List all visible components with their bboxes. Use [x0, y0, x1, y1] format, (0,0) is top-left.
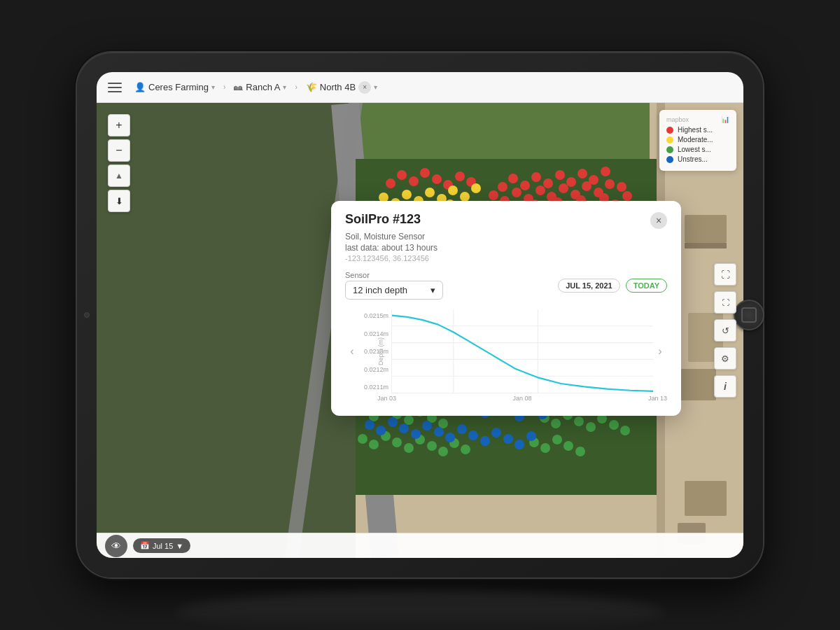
- svg-point-325: [526, 431, 536, 441]
- svg-point-5: [498, 182, 507, 192]
- svg-point-320: [468, 430, 478, 440]
- hamburger-menu[interactable]: [105, 78, 125, 97]
- breadcrumb: 👤 Ceres Farming ▾ › 🏘 Ranch A ▾ › 🌾 Nort…: [130, 79, 382, 96]
- svg-point-216: [551, 419, 561, 428]
- svg-point-223: [358, 434, 368, 444]
- svg-point-222: [620, 426, 630, 435]
- bottom-bar: 👁 📅 Jul 15 ▼: [97, 533, 743, 558]
- svg-point-227: [404, 443, 414, 453]
- svg-point-324: [514, 440, 524, 449]
- field-close-button[interactable]: ×: [358, 81, 371, 94]
- svg-point-50: [402, 190, 412, 200]
- svg-point-236: [564, 441, 573, 451]
- org-dropdown-arrow: ▾: [211, 83, 215, 91]
- map-controls-right: ⛶ ⛶ ↺ ⚙ i: [714, 263, 736, 398]
- info-button[interactable]: i: [714, 375, 736, 398]
- chart-container: ‹ 0.0215m 0.0214m 0.0213m 0.0212m 0.0211…: [345, 309, 667, 402]
- ranch-icon: 🏘: [234, 82, 243, 92]
- svg-point-55: [460, 192, 470, 202]
- legend-dot-unstressed: [666, 156, 673, 163]
- svg-point-54: [448, 186, 458, 195]
- svg-point-316: [422, 421, 432, 430]
- nav-item-ranch[interactable]: 🏘 Ranch A ▾: [230, 80, 290, 94]
- fullscreen-button[interactable]: ⛶: [714, 263, 736, 286]
- legend-dot-highest: [666, 127, 673, 134]
- zoom-in-button[interactable]: +: [108, 114, 130, 136]
- ranch-name: Ranch A: [246, 82, 280, 92]
- field-name: North 4B: [320, 82, 356, 92]
- chart-area: ‹ 0.0215m 0.0214m 0.0213m 0.0212m 0.0211…: [345, 309, 667, 393]
- svg-point-226: [392, 438, 402, 447]
- fit-button[interactable]: ⛶: [714, 291, 736, 314]
- today-badge[interactable]: TODAY: [626, 279, 667, 293]
- compass-button[interactable]: ▲: [108, 164, 130, 187]
- x-label-1: Jan 03: [377, 395, 396, 402]
- svg-rect-337: [685, 481, 727, 516]
- svg-rect-333: [685, 215, 727, 243]
- svg-point-224: [369, 440, 379, 449]
- svg-point-315: [411, 429, 421, 439]
- eye-button[interactable]: 👁: [105, 535, 127, 557]
- legend-chart-icon[interactable]: 📊: [721, 115, 729, 123]
- camera-dot: [84, 312, 90, 318]
- legend-label-highest: Highest s...: [678, 126, 713, 134]
- legend-dot-moderate: [666, 136, 673, 144]
- breadcrumb-sep-2: ›: [295, 83, 297, 91]
- sensor-select-dropdown[interactable]: 12 inch depth ▾: [345, 281, 443, 300]
- popup-last-data: last data: about 13 hours: [345, 243, 667, 253]
- rotate-button[interactable]: ↺: [714, 319, 736, 342]
- svg-point-214: [438, 419, 448, 428]
- chart-main: Depth (m): [391, 309, 653, 393]
- svg-point-319: [457, 424, 467, 434]
- svg-point-6: [508, 174, 518, 183]
- svg-point-41: [397, 170, 407, 180]
- svg-point-8: [531, 172, 541, 182]
- chart-svg: [392, 309, 653, 393]
- download-button[interactable]: ⬇: [108, 190, 130, 212]
- map-area[interactable]: + − ▲ ⬇ mapbox 📊 Highest s... Moderate..…: [97, 103, 743, 558]
- svg-point-40: [386, 178, 396, 188]
- tablet-reflection: [175, 592, 665, 630]
- chart-nav-left[interactable]: ‹: [345, 309, 359, 393]
- nav-item-org[interactable]: 👤 Ceres Farming ▾: [130, 80, 219, 94]
- popup-close-button[interactable]: ×: [650, 212, 667, 229]
- svg-point-25: [605, 179, 615, 189]
- svg-point-46: [455, 172, 465, 181]
- eye-icon: 👁: [111, 540, 121, 552]
- y-label-5: 0.0215m: [359, 312, 388, 319]
- legend-item-moderate: Moderate...: [666, 136, 729, 144]
- svg-point-52: [425, 188, 435, 197]
- svg-point-323: [503, 434, 513, 444]
- popup-title: SoilPro #123: [345, 212, 421, 227]
- legend-dot-lowest: [666, 146, 673, 153]
- nav-item-field[interactable]: 🌾 North 4B × ▾: [302, 79, 382, 96]
- x-label-3: Jan 13: [648, 395, 667, 402]
- zoom-out-button[interactable]: −: [108, 139, 130, 162]
- svg-point-44: [432, 174, 442, 184]
- home-button[interactable]: [734, 300, 764, 330]
- svg-point-321: [480, 436, 490, 446]
- sensor-popup: SoilPro #123 × Soil, Moisture Sensor las…: [331, 201, 681, 416]
- calendar-icon: 📅: [140, 541, 150, 550]
- svg-point-318: [445, 433, 455, 442]
- settings-button[interactable]: ⚙: [714, 347, 736, 370]
- popup-header: SoilPro #123 ×: [345, 212, 667, 229]
- date-range-badge[interactable]: JUL 15, 2021: [558, 279, 620, 293]
- chart-nav-right[interactable]: ›: [653, 309, 667, 393]
- date-pill[interactable]: 📅 Jul 15 ▼: [133, 538, 190, 553]
- svg-point-313: [388, 417, 398, 427]
- map-controls-left: + − ▲ ⬇: [108, 114, 130, 212]
- svg-point-322: [491, 428, 501, 438]
- org-name: Ceres Farming: [148, 82, 209, 92]
- y-axis-title: Depth (m): [377, 337, 384, 365]
- svg-point-237: [575, 447, 585, 456]
- svg-point-232: [461, 444, 470, 454]
- svg-point-17: [512, 188, 522, 197]
- screen: 👤 Ceres Farming ▾ › 🏘 Ranch A ▾ › 🌾 Nort…: [97, 72, 743, 558]
- sensor-value: 12 inch depth: [353, 285, 407, 295]
- sensor-selector-row: Sensor 12 inch depth ▾ JUL 15, 2021 TODA…: [345, 271, 667, 300]
- legend-label-lowest: Lowest s...: [678, 146, 711, 153]
- legend-label-moderate: Moderate...: [678, 136, 713, 144]
- svg-point-218: [574, 416, 584, 426]
- svg-point-39: [622, 191, 632, 201]
